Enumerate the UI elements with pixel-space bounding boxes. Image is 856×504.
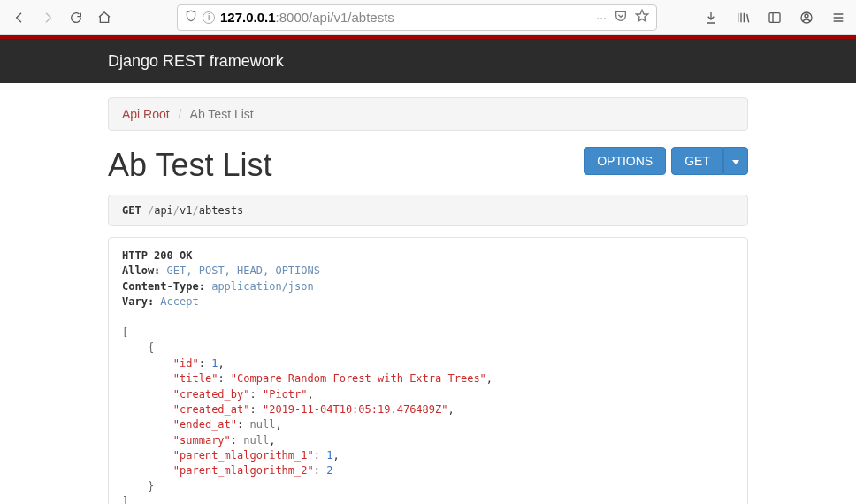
breadcrumb-root[interactable]: Api Root xyxy=(122,107,170,121)
django-navbar: Django REST framework xyxy=(0,39,856,83)
reload-button[interactable] xyxy=(64,5,88,30)
hdr-allow-key: Allow: xyxy=(122,264,160,277)
json-bracket: [ xyxy=(122,326,128,339)
json-key: "ended_at" xyxy=(173,418,237,431)
path-seg-1: api xyxy=(154,204,173,217)
info-icon[interactable]: i xyxy=(203,11,215,24)
url-right-icons: ··· xyxy=(596,9,649,26)
json-val: "2019-11-04T10:05:19.476489Z" xyxy=(263,403,448,416)
slash: / xyxy=(193,204,199,217)
star-icon[interactable] xyxy=(635,9,649,26)
json-val: null xyxy=(243,434,269,447)
page-title: Ab Test List xyxy=(108,147,584,184)
library-icon[interactable] xyxy=(732,5,753,30)
url-text: 127.0.0.1:8000/api/v1/abtests xyxy=(220,10,591,25)
slash: / xyxy=(173,204,180,217)
brand-link[interactable]: Django REST framework xyxy=(108,52,284,71)
json-key: "parent_mlalgorithm_1" xyxy=(173,449,314,462)
breadcrumb-sep: / xyxy=(179,107,182,121)
home-button[interactable] xyxy=(92,5,117,30)
ellipsis-icon[interactable]: ··· xyxy=(596,11,607,25)
browser-toolbar: i 127.0.0.1:8000/api/v1/abtests ··· xyxy=(0,0,856,35)
json-key: "title" xyxy=(173,372,218,385)
path-seg-3: abtests xyxy=(199,204,244,217)
json-key: "created_at" xyxy=(173,403,250,416)
chevron-down-icon xyxy=(732,160,739,164)
url-path: :8000/api/v1/abtests xyxy=(276,10,394,25)
json-key: "summary" xyxy=(173,434,231,447)
json-val: "Piotr" xyxy=(263,388,308,401)
path-seg-2: v1 xyxy=(180,204,192,217)
json-key: "id" xyxy=(173,357,199,370)
hdr-vary-val: Accept xyxy=(160,295,198,308)
button-group: OPTIONS GET xyxy=(584,147,748,175)
json-key: "parent_mlalgorithm_2" xyxy=(173,464,314,477)
breadcrumb-current: Ab Test List xyxy=(190,107,254,121)
toolbar-right xyxy=(700,5,849,30)
pocket-icon[interactable] xyxy=(614,9,628,26)
json-bracket: } xyxy=(148,480,154,493)
get-button[interactable]: GET xyxy=(671,147,723,175)
hdr-ct-val: application/json xyxy=(211,280,314,293)
breadcrumb: Api Root / Ab Test List xyxy=(108,97,748,131)
json-bracket: { xyxy=(148,341,154,354)
options-button[interactable]: OPTIONS xyxy=(584,147,666,175)
get-dropdown-button[interactable] xyxy=(723,147,748,175)
get-button-group: GET xyxy=(671,147,748,175)
url-host: 127.0.0.1 xyxy=(220,10,276,25)
forward-button xyxy=(35,5,60,30)
shield-icon xyxy=(185,10,197,25)
nav-buttons xyxy=(7,5,117,30)
downloads-icon[interactable] xyxy=(700,5,722,30)
svg-point-2 xyxy=(805,14,808,18)
json-key: "created_by" xyxy=(173,388,250,401)
content: Api Root / Ab Test List Ab Test List OPT… xyxy=(0,83,856,504)
response-body: HTTP 200 OK Allow: GET, POST, HEAD, OPTI… xyxy=(108,237,748,504)
page-header: Ab Test List OPTIONS GET xyxy=(108,147,748,184)
json-bracket: ] xyxy=(122,495,128,504)
json-val: "Compare Random Forest with Extra Trees" xyxy=(231,372,486,385)
request-line: GET /api/v1/abtests xyxy=(108,195,748,226)
status-line: HTTP 200 OK xyxy=(122,249,192,262)
hdr-allow-val: GET, POST, HEAD, OPTIONS xyxy=(167,264,320,277)
hdr-ct-key: Content-Type: xyxy=(122,280,205,293)
account-icon[interactable] xyxy=(796,5,817,30)
sidebar-icon[interactable] xyxy=(764,5,785,30)
url-bar[interactable]: i 127.0.0.1:8000/api/v1/abtests ··· xyxy=(177,4,657,31)
svg-rect-0 xyxy=(769,12,780,22)
json-val: 2 xyxy=(326,464,332,477)
request-method: GET xyxy=(122,204,141,217)
json-val: null xyxy=(250,418,276,431)
back-button[interactable] xyxy=(7,5,32,30)
hdr-vary-key: Vary: xyxy=(122,295,154,308)
menu-icon[interactable] xyxy=(828,5,849,30)
